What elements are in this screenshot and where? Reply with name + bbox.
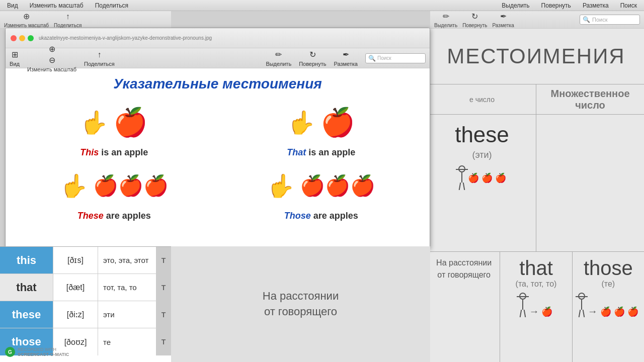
word-this: this bbox=[0, 247, 53, 274]
caption-these-rest: are apples bbox=[106, 211, 151, 221]
share-button[interactable]: ↑ Поделиться bbox=[84, 50, 115, 67]
keyword-those: Those bbox=[284, 211, 311, 221]
arrow-that: → bbox=[529, 306, 539, 317]
apple-these-3: 🍎 bbox=[495, 172, 506, 184]
pencil-icon-2: ✏ bbox=[274, 50, 284, 60]
phonetic-that: [ðæt] bbox=[53, 274, 98, 301]
markup-button[interactable]: ✒ Разметка bbox=[334, 50, 358, 67]
zoom-out-icon: ⊖ bbox=[47, 55, 57, 65]
rbig-col-header-singular: е число bbox=[428, 84, 536, 115]
view-button[interactable]: ⊞ Вид bbox=[10, 50, 20, 67]
menu-poisk[interactable]: Поиск bbox=[618, 2, 639, 9]
traffic-yellow[interactable] bbox=[19, 35, 25, 41]
right-large-panel: МЕСТОИМЕНИЯ е число these (эти) bbox=[428, 29, 644, 362]
rbig-table: е число these (эти) bbox=[428, 84, 644, 251]
stickman-those bbox=[578, 293, 585, 317]
search-box-right[interactable]: 🔍 Поиск bbox=[580, 15, 640, 25]
zoom-icon: ⊕ bbox=[22, 12, 32, 22]
word-these: these bbox=[0, 301, 53, 328]
caption-that-rest: is an apple bbox=[308, 147, 355, 157]
table-row-these: these [ðiːz] эти T bbox=[0, 301, 171, 328]
rbig-sub-these: (эти) bbox=[472, 150, 492, 160]
apple-this: 🍎 bbox=[113, 106, 148, 139]
menu-vid[interactable]: Вид bbox=[5, 2, 20, 9]
traffic-lights bbox=[11, 35, 34, 41]
plural-label: Множественноечисло bbox=[550, 88, 629, 111]
table-row-this: this [ðɪs] это, эта, этот T bbox=[0, 247, 171, 274]
rbig-lower-col-those: those (те) bbox=[573, 252, 644, 362]
razmetka-button[interactable]: ✒ Разметка bbox=[493, 12, 514, 28]
menu-zoom[interactable]: Изменить масштаб bbox=[28, 2, 86, 9]
keyword-these: These bbox=[77, 211, 104, 221]
zoom-button-left[interactable]: ⊕ Изменить масштаб bbox=[4, 12, 49, 28]
rbig-lower-col-distance: На расстоянииот говорящего bbox=[428, 252, 500, 362]
image-cell-those: 👆 🍎🍎🍎 Those are apples bbox=[220, 163, 423, 221]
apple-scene-these: 👆 🍎🍎🍎 bbox=[60, 163, 169, 208]
rbig-word-these: these bbox=[455, 122, 509, 147]
pencil-icon: ✏ bbox=[441, 12, 451, 22]
rotate-button[interactable]: ↻ Повернуть bbox=[299, 50, 326, 67]
menu-razmetka[interactable]: Разметка bbox=[581, 2, 611, 9]
rbig-lower-sub-those: (те) bbox=[601, 280, 615, 289]
center-bottom: На расстоянииот говорящего bbox=[171, 246, 430, 362]
search-icon: 🔍 bbox=[368, 55, 376, 62]
apple-those-1: 🍎 bbox=[600, 306, 611, 317]
rbig-col-singular: е число these (эти) bbox=[428, 84, 536, 251]
rbig-title: МЕСТОИМЕНИЯ bbox=[447, 44, 625, 68]
search-box[interactable]: 🔍 Поиск bbox=[365, 53, 426, 63]
top-toolbar-right: ✏ Выделить ↻ Повернуть ✒ Разметка 🔍 Поис… bbox=[430, 11, 644, 29]
apple-that: 🍎 bbox=[541, 306, 552, 317]
caption-this: This is an apple bbox=[80, 147, 148, 158]
center-bottom-text: На расстоянииот говорящего bbox=[263, 289, 339, 320]
translation-these: эти bbox=[98, 301, 156, 328]
rbig-lower-word-that: that bbox=[519, 257, 553, 280]
menu-vydelit[interactable]: Выделить bbox=[500, 2, 531, 9]
table-row-that: that [ðæt] тот, та, то T bbox=[0, 274, 171, 301]
edit-button[interactable]: ✏ Выделить bbox=[266, 50, 291, 67]
traffic-red[interactable] bbox=[11, 35, 17, 41]
translation-that: тот, та, то bbox=[98, 274, 156, 301]
rbig-header: МЕСТОИМЕНИЯ bbox=[428, 29, 644, 84]
hand-that: 👆 bbox=[287, 109, 315, 136]
translation-this: это, эта, этот bbox=[98, 247, 156, 274]
search-icon-right: 🔍 bbox=[583, 16, 590, 23]
apple-those-3: 🍎 bbox=[627, 306, 638, 317]
apple-those-2: 🍎 bbox=[614, 306, 625, 317]
apple-that-img: 🍎 bbox=[320, 106, 355, 139]
rbig-lower-fig-that: → 🍎 bbox=[519, 293, 552, 317]
rbig-lower-word-those: those bbox=[584, 257, 633, 280]
hand-those: 👆 bbox=[267, 172, 295, 199]
rbig-lower-fig-those: → 🍎 🍎 🍎 bbox=[578, 293, 638, 317]
caption-these: These are apples bbox=[77, 211, 151, 221]
rbig-lower-col-that: that (та, тот, то) bbox=[500, 252, 572, 362]
povernut-button[interactable]: ↻ Повернуть bbox=[462, 12, 487, 28]
arrow-those: → bbox=[588, 306, 598, 317]
rotate-icon: ↻ bbox=[470, 12, 480, 22]
extra-these: T bbox=[156, 301, 171, 328]
traffic-green[interactable] bbox=[28, 35, 34, 41]
upload-icon: ↑ bbox=[94, 50, 104, 60]
apple-scene-that: 👆 🍎 bbox=[287, 100, 355, 145]
rotate-icon-2: ↻ bbox=[307, 50, 317, 60]
hand-these: 👆 bbox=[60, 172, 88, 199]
left-panel: this [ðɪs] это, эта, этот T that [ðæt] т… bbox=[0, 246, 171, 362]
image-grid: 👆 🍎 This is an apple 👆 🍎 That bbox=[13, 100, 422, 221]
vydelit-button[interactable]: ✏ Выделить bbox=[434, 12, 457, 28]
rbig-figure-these: 🍎 🍎 🍎 bbox=[458, 165, 506, 190]
keyword-that: That bbox=[287, 147, 306, 157]
share-button-left[interactable]: ↑ Поделиться bbox=[54, 12, 82, 28]
apple-these-1: 🍎 bbox=[468, 172, 479, 184]
extra-that: T bbox=[156, 274, 171, 301]
zoom-button[interactable]: ⊕ ⊖ Изменить масштаб bbox=[27, 44, 76, 72]
markup-icon-2: ✒ bbox=[341, 50, 351, 60]
word-that: that bbox=[0, 274, 53, 301]
watermark: G RECORDED WITH SCREENCAST-O-MATIC bbox=[5, 347, 69, 357]
menu-povernut[interactable]: Повернуть bbox=[539, 2, 573, 9]
hand-this: 👆 bbox=[80, 109, 108, 136]
view-icon: ⊞ bbox=[10, 50, 20, 60]
caption-this-rest: is an apple bbox=[101, 147, 148, 157]
screen: Вид Изменить масштаб Поделиться Выделить… bbox=[0, 0, 644, 362]
markup-icon: ✒ bbox=[498, 12, 508, 22]
caption-those: Those are apples bbox=[284, 211, 358, 221]
menu-share[interactable]: Поделиться bbox=[93, 2, 130, 9]
